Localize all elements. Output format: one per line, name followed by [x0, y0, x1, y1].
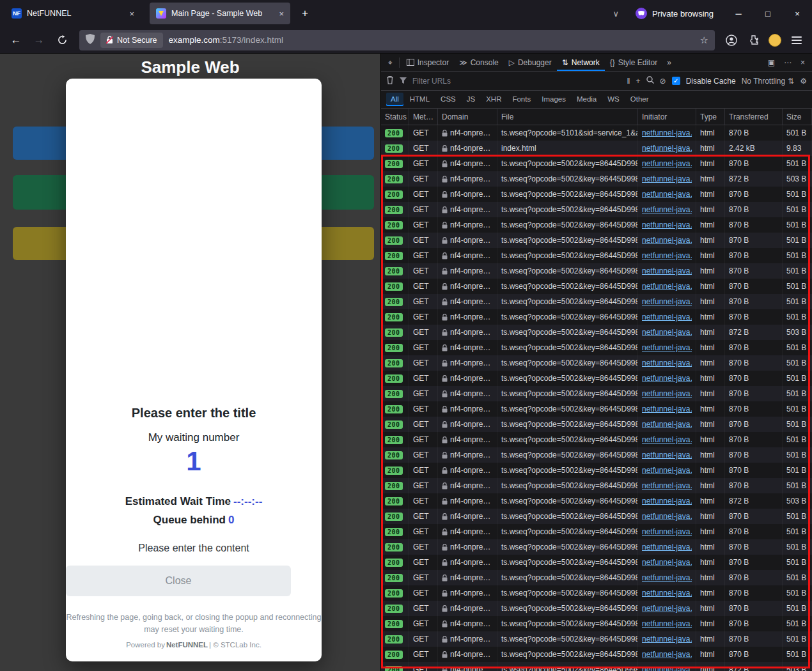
- account-icon[interactable]: [721, 30, 742, 50]
- shield-icon[interactable]: [86, 34, 95, 47]
- network-request-row[interactable]: 200 GET nf4-onpre… ts.wseq?opcode=5002&k…: [381, 417, 812, 432]
- filter-css[interactable]: CSS: [436, 93, 460, 106]
- cell-initiator[interactable]: netfunnel-java…: [638, 309, 696, 325]
- network-request-row[interactable]: 200 GET nf4-onpre… ts.wseq?opcode=5002&k…: [381, 570, 812, 585]
- network-request-row[interactable]: 200 GET nf4-onpre… ts.wseq?opcode=5002&k…: [381, 401, 812, 417]
- cell-initiator[interactable]: netfunnel-java…: [638, 585, 696, 601]
- tab-close-icon[interactable]: ×: [129, 9, 134, 19]
- cell-initiator[interactable]: netfunnel-java…: [638, 539, 696, 555]
- cell-initiator[interactable]: netfunnel-java…: [638, 125, 696, 141]
- column-file[interactable]: File: [497, 109, 638, 125]
- cell-initiator[interactable]: netfunnel-java…: [638, 493, 696, 509]
- cell-initiator[interactable]: netfunnel-java…: [638, 616, 696, 631]
- network-request-row[interactable]: 200 GET nf4-onpre… ts.wseq?opcode=5002&k…: [381, 524, 812, 539]
- network-request-row[interactable]: 200 GET nf4-onpre… index.html netfunnel-…: [381, 141, 812, 156]
- filter-js[interactable]: JS: [462, 93, 480, 106]
- network-request-row[interactable]: 200 GET nf4-onpre… ts.wseq?opcode=5002&k…: [381, 171, 812, 187]
- profile-avatar[interactable]: [765, 30, 785, 50]
- cell-initiator[interactable]: netfunnel-java…: [638, 631, 696, 647]
- not-secure-chip[interactable]: Not Secure: [100, 33, 163, 48]
- search-icon[interactable]: [646, 76, 654, 86]
- url-bar[interactable]: Not Secure example.com:5173/index.html ☆: [79, 30, 715, 50]
- forward-button[interactable]: →: [28, 29, 50, 51]
- cell-initiator[interactable]: netfunnel-java…: [638, 233, 696, 248]
- filter-images[interactable]: Images: [537, 93, 570, 106]
- column-status[interactable]: Status: [381, 109, 409, 125]
- cell-initiator[interactable]: netfunnel-java…: [638, 647, 696, 662]
- menu-icon[interactable]: [786, 30, 807, 50]
- network-request-row[interactable]: 200 GET nf4-onpre… ts.wseq?opcode=5002&k…: [381, 263, 812, 279]
- tab-network[interactable]: ⇅ Network: [557, 54, 605, 71]
- pick-element-icon[interactable]: ⌖: [384, 54, 397, 71]
- cell-initiator[interactable]: netfunnel-java…: [638, 187, 696, 202]
- network-request-row[interactable]: 200 GET nf4-onpre… ts.wseq?opcode=5002&k…: [381, 294, 812, 309]
- network-request-row[interactable]: 200 GET nf4-onpre… ts.wseq?opcode=5002&k…: [381, 478, 812, 493]
- column-method[interactable]: Met…: [409, 109, 438, 125]
- tab-close-icon[interactable]: ×: [279, 9, 284, 19]
- network-request-row[interactable]: 200 GET nf4-onpre… ts.wseq?opcode=5002&k…: [381, 340, 812, 355]
- cell-initiator[interactable]: netfunnel-java…: [638, 463, 696, 478]
- cell-initiator[interactable]: netfunnel-java…: [638, 555, 696, 570]
- filter-html[interactable]: HTML: [405, 93, 434, 106]
- network-request-row[interactable]: 200 GET nf4-onpre… ts.wseq?opcode=5002&k…: [381, 493, 812, 509]
- network-request-row[interactable]: 200 GET nf4-onpre… ts.wseq?opcode=5002&k…: [381, 662, 812, 671]
- pause-recording-icon[interactable]: ‖: [627, 77, 630, 86]
- cell-initiator[interactable]: netfunnel-java…: [638, 294, 696, 309]
- cell-initiator[interactable]: netfunnel-java…: [638, 202, 696, 217]
- cell-initiator[interactable]: netfunnel-java…: [638, 570, 696, 585]
- cell-initiator[interactable]: netfunnel-java…: [638, 355, 696, 371]
- network-request-row[interactable]: 200 GET nf4-onpre… ts.wseq?opcode=5002&k…: [381, 325, 812, 340]
- cell-initiator[interactable]: netfunnel-java…: [638, 601, 696, 616]
- cell-initiator[interactable]: netfunnel-java…: [638, 386, 696, 401]
- reload-button[interactable]: [51, 29, 73, 51]
- filter-ws[interactable]: WS: [603, 93, 624, 106]
- cell-initiator[interactable]: netfunnel-java…: [638, 248, 696, 263]
- network-request-row[interactable]: 200 GET nf4-onpre… ts.wseq?opcode=5002&k…: [381, 386, 812, 401]
- tab-style-editor[interactable]: {} Style Editor: [605, 54, 662, 71]
- new-tab-button[interactable]: +: [295, 4, 315, 23]
- cell-initiator[interactable]: netfunnel-java…: [638, 417, 696, 432]
- cell-initiator[interactable]: netfunnel-java…: [638, 217, 696, 233]
- column-initiator[interactable]: Initiator: [638, 109, 696, 125]
- filter-media[interactable]: Media: [572, 93, 601, 106]
- column-size[interactable]: Size: [783, 109, 812, 125]
- network-request-row[interactable]: 200 GET nf4-onpre… ts.wseq?opcode=5101&s…: [381, 125, 812, 141]
- network-request-row[interactable]: 200 GET nf4-onpre… ts.wseq?opcode=5002&k…: [381, 309, 812, 325]
- network-request-row[interactable]: 200 GET nf4-onpre… ts.wseq?opcode=5002&k…: [381, 217, 812, 233]
- cell-initiator[interactable]: netfunnel-java…: [638, 524, 696, 539]
- back-button[interactable]: ←: [5, 29, 27, 51]
- cell-initiator[interactable]: netfunnel-java…: [638, 325, 696, 340]
- devtools-close-icon[interactable]: ×: [796, 54, 809, 71]
- disable-cache-checkbox[interactable]: ✓: [672, 77, 680, 85]
- network-request-row[interactable]: 200 GET nf4-onpre… ts.wseq?opcode=5002&k…: [381, 248, 812, 263]
- network-request-row[interactable]: 200 GET nf4-onpre… ts.wseq?opcode=5002&k…: [381, 371, 812, 386]
- network-request-row[interactable]: 200 GET nf4-onpre… ts.wseq?opcode=5002&k…: [381, 432, 812, 447]
- cell-initiator[interactable]: netfunnel-java…: [638, 340, 696, 355]
- tab-main-page[interactable]: Main Page - Sample Web ×: [150, 3, 290, 24]
- bookmark-star-icon[interactable]: ☆: [700, 35, 708, 46]
- cell-initiator[interactable]: netfunnel-java…: [638, 509, 696, 524]
- cell-initiator[interactable]: netfunnel-java…: [638, 478, 696, 493]
- cell-initiator[interactable]: netfunnel-java…: [638, 279, 696, 294]
- network-request-row[interactable]: 200 GET nf4-onpre… ts.wseq?opcode=5002&k…: [381, 647, 812, 662]
- network-request-row[interactable]: 200 GET nf4-onpre… ts.wseq?opcode=5002&k…: [381, 539, 812, 555]
- network-request-row[interactable]: 200 GET nf4-onpre… ts.wseq?opcode=5002&k…: [381, 616, 812, 631]
- tab-list-chevron-icon[interactable]: ∨: [613, 9, 619, 19]
- column-type[interactable]: Type: [696, 109, 725, 125]
- network-request-row[interactable]: 200 GET nf4-onpre… ts.wseq?opcode=5002&k…: [381, 447, 812, 463]
- network-request-row[interactable]: 200 GET nf4-onpre… ts.wseq?opcode=5002&k…: [381, 187, 812, 202]
- network-request-row[interactable]: 200 GET nf4-onpre… ts.wseq?opcode=5002&k…: [381, 631, 812, 647]
- network-request-row[interactable]: 200 GET nf4-onpre… ts.wseq?opcode=5002&k…: [381, 601, 812, 616]
- network-request-row[interactable]: 200 GET nf4-onpre… ts.wseq?opcode=5002&k…: [381, 555, 812, 570]
- filter-fonts[interactable]: Fonts: [508, 93, 535, 106]
- tab-inspector[interactable]: Inspector: [402, 54, 454, 71]
- network-request-row[interactable]: 200 GET nf4-onpre… ts.wseq?opcode=5002&k…: [381, 355, 812, 371]
- add-request-icon[interactable]: +: [636, 77, 641, 86]
- network-request-row[interactable]: 200 GET nf4-onpre… ts.wseq?opcode=5002&k…: [381, 233, 812, 248]
- tab-netfunnel[interactable]: NF NetFUNNEL ×: [5, 3, 141, 24]
- tab-debugger[interactable]: ▷ Debugger: [504, 54, 557, 71]
- minimize-button[interactable]: ─: [724, 0, 753, 27]
- request-blocking-icon[interactable]: ⊘: [660, 77, 666, 86]
- more-tabs-icon[interactable]: »: [662, 54, 676, 71]
- cell-initiator[interactable]: netfunnel-java…: [638, 371, 696, 386]
